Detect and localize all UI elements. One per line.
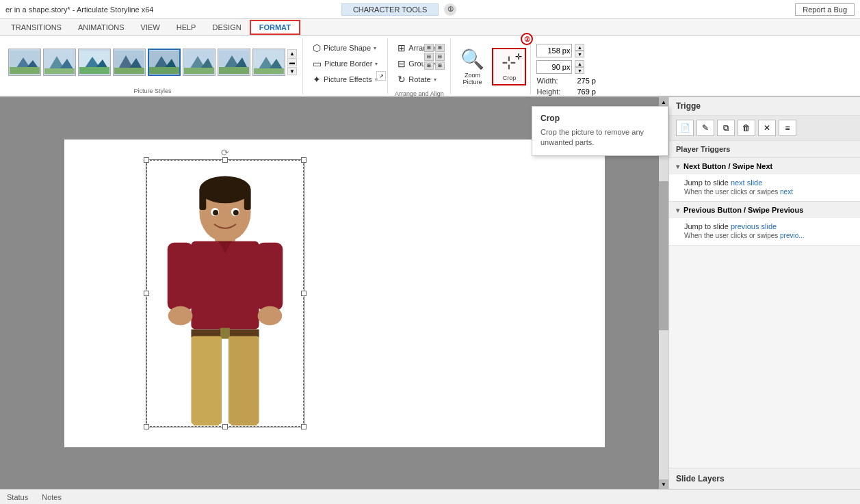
arrange-icon-2[interactable]: ⊟ — [424, 53, 434, 61]
arrange-icon-6[interactable]: ⊞ — [435, 62, 445, 70]
pic-style-2[interactable] — [43, 49, 76, 76]
svg-rect-3 — [10, 67, 40, 74]
prev-trigger-label: Previous Button / Swipe Previous — [683, 206, 803, 214]
x-spin-down[interactable]: ▼ — [575, 51, 584, 57]
style-scroll[interactable]: ▲ ▬ ▼ — [287, 49, 297, 75]
picture-shape-dropdown: ▾ — [374, 45, 376, 51]
zoom-picture-label: Zoom Picture — [458, 72, 486, 85]
main-area: ⟳ — [0, 97, 860, 489]
svg-rect-11 — [79, 67, 109, 74]
y-spinner[interactable]: ▲ ▼ — [575, 60, 584, 74]
pic-style-5[interactable] — [148, 49, 181, 76]
new-trigger-btn[interactable]: 📄 — [676, 120, 694, 136]
trigger-group-prev-header[interactable]: ▾ Previous Button / Swipe Previous — [669, 202, 860, 218]
order-trigger-btn[interactable]: ≡ — [779, 120, 796, 136]
app-title: er in a shape.story* - Articulate Storyl… — [5, 5, 341, 14]
handle-top-right[interactable] — [301, 157, 307, 163]
report-bug-button[interactable]: Report a Bug — [795, 3, 855, 16]
height-row: Height: 769 p — [536, 88, 596, 96]
right-panel: Trigge 📄 ✎ ⧉ 🗑 ✕ ≡ Player Triggers — [668, 97, 860, 489]
notes-text: Notes — [42, 493, 62, 501]
status-bar: Status Notes — [0, 489, 860, 504]
pic-style-1[interactable] — [8, 49, 41, 76]
new-trigger-icon: 📄 — [680, 123, 690, 133]
handle-bottom-right[interactable] — [301, 424, 307, 429]
tab-help[interactable]: HELP — [168, 21, 205, 34]
crop-button[interactable]: ✛ ⊹ Crop — [492, 48, 526, 85]
prev-trigger-detail: Jump to slide previous slide When the us… — [669, 218, 860, 245]
move-trigger-btn[interactable]: 🗑 — [738, 120, 755, 136]
tab-design[interactable]: DESIGN — [204, 21, 249, 34]
pic-style-4[interactable] — [113, 49, 146, 76]
pic-style-7[interactable] — [218, 49, 250, 76]
tab-transitions[interactable]: TRANSITIONS — [3, 21, 70, 34]
crop-cursor: ✛ — [515, 52, 522, 62]
next-slide-link[interactable]: next slide — [731, 178, 762, 187]
next-trigger-detail: Jump to slide next slide When the user c… — [669, 174, 860, 201]
arrange-icon-4[interactable]: ⊞ — [435, 44, 445, 52]
zoom-picture-icon: 🔍 — [460, 48, 484, 70]
handle-bottom-center[interactable] — [222, 424, 228, 429]
delete-trigger-btn[interactable]: ✕ — [758, 120, 776, 136]
next-swipe-link[interactable]: next — [780, 188, 793, 196]
next-trigger-collapse: ▾ — [676, 163, 679, 170]
arrange-icon-1[interactable]: ⊞ — [424, 44, 434, 52]
rotate-btn[interactable]: ↻ Rotate ▾ — [393, 72, 440, 86]
picture-shape-icon: ⬡ — [313, 42, 321, 53]
status-text: Status — [7, 493, 28, 501]
arrange-icon-3[interactable]: ⊞ — [424, 62, 434, 70]
x-spin-up[interactable]: ▲ — [575, 44, 584, 51]
size-section: ▲ ▼ ▲ ▼ Width: 275 p Height: 769 p Size … — [531, 38, 601, 94]
trigger-group-next-header[interactable]: ▾ Next Button / Swipe Next — [669, 158, 860, 174]
handle-middle-left[interactable] — [144, 291, 149, 296]
style-scroll-up[interactable]: ▲ — [287, 49, 297, 57]
pic-style-6[interactable] — [183, 49, 216, 76]
style-scroll-down[interactable]: ▼ — [287, 67, 297, 75]
scroll-thumb[interactable] — [659, 181, 668, 330]
format-dialog-launcher[interactable]: ↗ — [376, 71, 386, 81]
canvas-scrollbar[interactable]: ▲ ▼ — [659, 97, 668, 489]
scroll-down-arrow[interactable]: ▼ — [659, 479, 668, 489]
prev-trigger-condition: When the user clicks or swipes previo... — [684, 232, 850, 239]
copy-trigger-btn[interactable]: ⧉ — [717, 120, 735, 136]
arrange-icon-5[interactable]: ⊟ — [435, 53, 445, 61]
size-inputs: ▲ ▼ ▲ ▼ Width: 275 p Height: 769 p — [536, 38, 596, 96]
zoom-crop-section: 🔍 Zoom Picture ✛ ⊹ Crop ② — [451, 38, 531, 94]
svg-rect-23 — [184, 68, 214, 74]
x-input[interactable] — [536, 44, 572, 57]
x-spinner[interactable]: ▲ ▼ — [575, 44, 584, 57]
picture-styles-row — [8, 49, 285, 76]
scroll-up-arrow[interactable]: ▲ — [659, 97, 668, 107]
handle-top-center[interactable] — [222, 157, 228, 163]
picture-shape-btn[interactable]: ⬡ Picture Shape ▾ — [309, 41, 380, 55]
style-scroll-mid[interactable]: ▬ — [287, 58, 297, 66]
y-input[interactable] — [536, 60, 572, 74]
prev-swipe-link[interactable]: previo... — [780, 232, 805, 239]
canvas-area: ⟳ — [0, 97, 668, 489]
y-spin-up[interactable]: ▲ — [575, 60, 584, 67]
tab-animations[interactable]: ANIMATIONS — [70, 21, 133, 34]
handle-middle-right[interactable] — [301, 291, 307, 296]
picture-effects-btn[interactable]: ✦ Picture Effects ▾ — [309, 72, 382, 86]
character-tools-badge: CHARACTER TOOLS — [341, 3, 439, 16]
y-spin-down[interactable]: ▼ — [575, 67, 584, 74]
character-container[interactable]: ⟳ — [146, 160, 304, 427]
handle-bottom-left[interactable] — [144, 424, 149, 429]
tab-format[interactable]: FORMAT — [250, 20, 300, 35]
handle-top-left[interactable] — [144, 157, 149, 163]
pic-style-3[interactable] — [78, 49, 111, 76]
edit-trigger-btn[interactable]: ✎ — [696, 120, 714, 136]
prev-slide-link[interactable]: previous slide — [731, 222, 777, 230]
selection-handles — [146, 159, 304, 427]
slide-layers-section: Slide Layers — [669, 468, 860, 489]
scroll-track[interactable] — [659, 107, 668, 479]
y-row: ▲ ▼ — [536, 60, 596, 74]
picture-border-btn[interactable]: ▭ Picture Border ▾ — [309, 57, 382, 70]
crop-label: Crop — [503, 75, 517, 81]
ribbon-tabs: TRANSITIONS ANIMATIONS VIEW HELP DESIGN … — [0, 19, 860, 36]
pic-style-8[interactable] — [252, 49, 285, 76]
rotate-handle[interactable]: ⟳ — [221, 147, 229, 158]
zoom-picture-button[interactable]: 🔍 Zoom Picture — [455, 45, 489, 88]
tab-view[interactable]: VIEW — [133, 21, 168, 34]
trigger-group-prev: ▾ Previous Button / Swipe Previous Jump … — [669, 202, 860, 246]
